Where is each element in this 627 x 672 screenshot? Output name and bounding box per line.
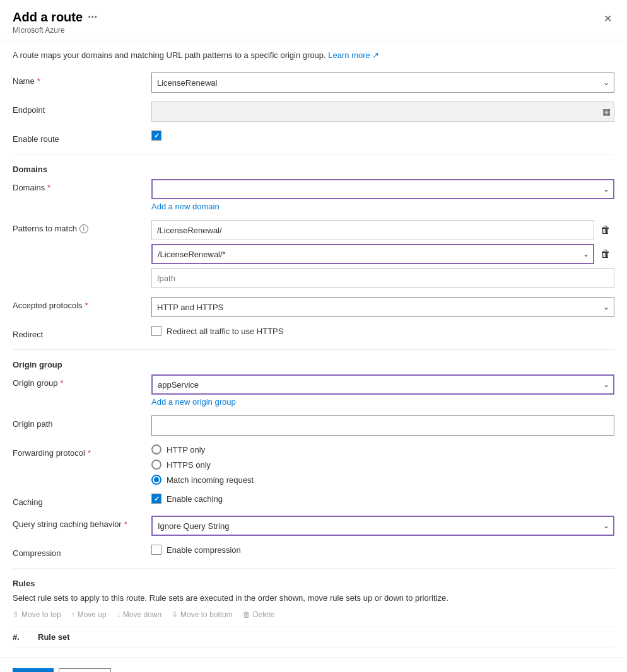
name-required: * <box>37 76 40 86</box>
move-to-top-icon: ⇧ <box>13 610 19 619</box>
radio-https-only-btn[interactable] <box>151 460 161 470</box>
move-up-label: Move up <box>78 610 107 619</box>
radio-match-incoming-btn[interactable] <box>151 475 161 485</box>
name-select-wrapper: ⌄ <box>151 72 614 93</box>
query-string-select[interactable]: Ignore Query String Use Query String Ign… <box>151 516 614 536</box>
add-button[interactable]: Add <box>13 668 54 672</box>
origin-group-required: * <box>61 378 64 388</box>
move-to-top-btn[interactable]: ⇧ Move to top <box>13 608 61 622</box>
pattern-input-2[interactable] <box>151 244 594 264</box>
rules-description: Select rule sets to apply to this route.… <box>13 593 614 603</box>
radio-http-only-btn[interactable] <box>151 444 161 455</box>
patterns-label: Patterns to match i <box>13 220 151 233</box>
patterns-row: Patterns to match i 🗑 ⌄ <box>13 220 614 288</box>
checkmark-icon: ✓ <box>154 132 160 140</box>
panel-header: Add a route ··· Microsoft Azure ✕ <box>0 0 627 40</box>
move-down-label: Move down <box>123 610 161 619</box>
origin-group-label: Origin group * <box>13 374 151 388</box>
rules-section: Rules Select rule sets to apply to this … <box>13 579 614 647</box>
compression-checkbox[interactable] <box>151 545 161 555</box>
move-to-bottom-btn[interactable]: ⇩ Move to bottom <box>172 608 233 622</box>
learn-more-link[interactable]: Learn more ↗ <box>328 50 379 60</box>
radio-http-only-label: HTTP only <box>167 445 205 455</box>
radio-https-only: HTTPS only <box>151 460 614 470</box>
enable-route-checkbox-wrapper: ✓ <box>151 130 614 141</box>
protocols-select[interactable]: HTTP and HTTPS HTTP only HTTPS only <box>151 297 614 317</box>
rules-toolbar: ⇧ Move to top ↑ Move up ↓ Move down ⇩ Mo… <box>13 608 614 622</box>
patterns-info-icon: i <box>79 224 88 233</box>
radio-match-incoming-label: Match incoming request <box>167 475 254 485</box>
divider-2 <box>13 349 614 350</box>
caching-row: Caching ✓ Enable caching <box>13 494 614 507</box>
pattern-input-3[interactable] <box>151 268 614 288</box>
panel-footer: Add Cancel <box>0 658 627 672</box>
more-icon[interactable]: ··· <box>88 11 97 24</box>
move-up-icon: ↑ <box>71 610 75 619</box>
panel-content: A route maps your domains and matching U… <box>0 40 627 658</box>
query-string-control: Ignore Query String Use Query String Ign… <box>151 516 614 536</box>
pattern-delete-1[interactable]: 🗑 <box>597 223 614 237</box>
domains-select[interactable] <box>151 179 614 199</box>
enable-route-checkbox[interactable]: ✓ <box>151 130 161 141</box>
origin-group-control: appService ⌄ Add a new origin group <box>151 374 614 407</box>
origin-path-label: Origin path <box>13 415 151 429</box>
domains-control: ⌄ Add a new domain <box>151 179 614 211</box>
origin-group-select[interactable]: appService <box>151 374 614 395</box>
domains-required: * <box>47 183 50 192</box>
redirect-label: Redirect <box>13 326 151 339</box>
domains-select-wrapper: ⌄ <box>151 179 614 199</box>
domains-row: Domains * ⌄ Add a new domain <box>13 179 614 211</box>
origin-path-input[interactable] <box>151 415 614 436</box>
name-control: ⌄ <box>151 72 614 93</box>
radio-match-incoming: Match incoming request <box>151 475 614 485</box>
add-domain-link[interactable]: Add a new domain <box>151 202 220 211</box>
pattern-row-3 <box>151 268 614 288</box>
divider-3 <box>13 568 614 569</box>
panel-subtitle: Microsoft Azure <box>13 26 97 35</box>
name-input[interactable] <box>151 72 614 93</box>
endpoint-input[interactable] <box>151 101 614 122</box>
redirect-control: Redirect all traffic to use HTTPS <box>151 326 614 336</box>
enable-route-control: ✓ <box>151 130 614 141</box>
protocols-select-wrapper: HTTP and HTTPS HTTP only HTTPS only ⌄ <box>151 297 614 317</box>
origin-path-row: Origin path <box>13 415 614 436</box>
pattern-delete-2[interactable]: 🗑 <box>597 247 614 261</box>
query-string-label: Query string caching behavior * <box>13 516 151 529</box>
pattern-select-wrapper-2: ⌄ <box>151 244 594 264</box>
caching-label: Caching <box>13 494 151 507</box>
move-down-btn[interactable]: ↓ Move down <box>117 608 161 622</box>
copy-icon[interactable]: ▦ <box>602 107 611 117</box>
caching-checkbox-label: Enable caching <box>167 494 223 504</box>
redirect-checkbox[interactable] <box>151 326 161 336</box>
query-string-row: Query string caching behavior * Ignore Q… <box>13 516 614 536</box>
compression-checkbox-wrapper: Enable compression <box>151 545 614 555</box>
compression-control: Enable compression <box>151 545 614 555</box>
close-button[interactable]: ✕ <box>601 10 614 27</box>
forwarding-protocol-control: HTTP only HTTPS only Match incoming requ… <box>151 444 614 485</box>
delete-rule-btn[interactable]: 🗑 Delete <box>243 608 275 622</box>
col-rule-set: Rule set <box>38 632 614 642</box>
endpoint-label: Endpoint <box>13 101 151 115</box>
rules-section-heading: Rules <box>13 579 614 588</box>
origin-group-select-wrapper: appService ⌄ <box>151 374 614 395</box>
title-text: Add a route <box>13 10 83 25</box>
endpoint-wrapper: ▦ <box>151 101 614 122</box>
panel-title: Add a route ··· <box>13 10 97 25</box>
forwarding-protocol-label: Forwarding protocol * <box>13 444 151 458</box>
domains-label: Domains * <box>13 179 151 192</box>
cancel-button[interactable]: Cancel <box>59 668 110 672</box>
accepted-protocols-row: Accepted protocols * HTTP and HTTPS HTTP… <box>13 297 614 317</box>
move-down-icon: ↓ <box>117 610 120 619</box>
add-origin-group-link[interactable]: Add a new origin group <box>151 397 236 407</box>
caching-checkbox[interactable]: ✓ <box>151 494 161 504</box>
caching-checkbox-wrapper: ✓ Enable caching <box>151 494 614 504</box>
move-to-bottom-icon: ⇩ <box>172 610 178 619</box>
patterns-area: 🗑 ⌄ 🗑 <box>151 220 614 288</box>
divider-1 <box>13 154 614 154</box>
delete-rule-icon: 🗑 <box>243 610 250 619</box>
title-area: Add a route ··· Microsoft Azure <box>13 10 97 35</box>
pattern-row-1: 🗑 <box>151 220 614 240</box>
accepted-protocols-control: HTTP and HTTPS HTTP only HTTPS only ⌄ <box>151 297 614 317</box>
pattern-input-1[interactable] <box>151 220 594 240</box>
move-up-btn[interactable]: ↑ Move up <box>71 608 107 622</box>
